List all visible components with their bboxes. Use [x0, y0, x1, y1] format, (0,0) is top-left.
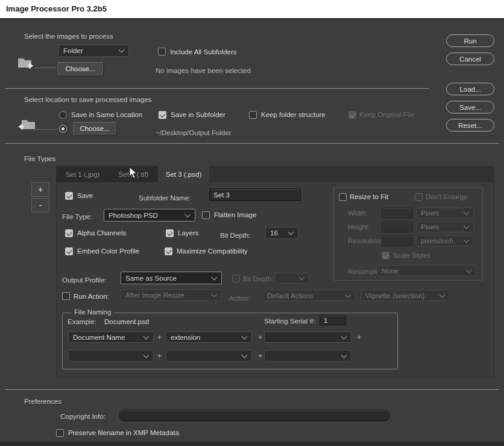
- height-input: [382, 221, 413, 232]
- reset-label: Reset...: [458, 122, 482, 129]
- add-set-label: +: [38, 185, 43, 194]
- scale-styles-checkbox: [382, 252, 389, 260]
- dont-enlarge-checkbox: [415, 193, 423, 201]
- save-settings-button[interactable]: Save...: [446, 101, 494, 113]
- flatten-image-checkbox[interactable]: [202, 211, 210, 219]
- section-separator: [5, 389, 499, 390]
- dialog-top-edge: [0, 18, 504, 20]
- reset-button[interactable]: Reset...: [446, 119, 494, 132]
- save-to-folder-radio[interactable]: [59, 125, 67, 133]
- folder-save-icon: [18, 116, 36, 131]
- width-unit-value: Pixels: [421, 209, 439, 217]
- keep-original-file-checkbox: [348, 111, 356, 119]
- output-profile-dropdown[interactable]: Same as Source: [121, 272, 222, 284]
- source-section-heading: Select the images to process: [24, 32, 113, 40]
- tab-set1-jpg[interactable]: Set 1 (.jpg): [56, 166, 109, 182]
- set-save-checkbox[interactable]: [65, 192, 73, 200]
- save-in-same-location-label: Save in Same Location: [71, 110, 142, 119]
- add-set-button[interactable]: +: [31, 182, 49, 197]
- layers-checkbox[interactable]: [166, 229, 174, 237]
- run-label: Run: [464, 37, 476, 45]
- save-in-subfolder-checkbox[interactable]: [159, 111, 166, 119]
- file-type-value: Photoshop PSD: [109, 212, 158, 219]
- run-action-timing-dropdown: After Image Resize: [121, 289, 222, 301]
- embed-color-profile-label: Embed Color Profile: [77, 247, 139, 255]
- height-unit-dropdown: Pixels: [416, 221, 474, 232]
- destination-choose-button[interactable]: Choose...: [73, 122, 116, 135]
- naming-token-2-value: extension: [171, 334, 200, 341]
- subfolder-name-value: Set 3: [213, 191, 230, 199]
- subfolder-name-input[interactable]: Set 3: [209, 188, 301, 201]
- naming-token-5-dropdown[interactable]: [166, 350, 252, 362]
- section-separator: [5, 88, 429, 89]
- preserve-filename-label: Preserve filename in XMP Metadata: [68, 428, 179, 437]
- naming-token-1-value: Document Name: [73, 334, 125, 341]
- starting-serial-input[interactable]: 1: [320, 315, 346, 325]
- save-in-same-location-radio[interactable]: [59, 111, 67, 119]
- example-value: Document.psd: [104, 317, 149, 326]
- load-button[interactable]: Load...: [446, 83, 494, 95]
- load-label: Load...: [459, 86, 480, 93]
- width-input: [382, 208, 413, 218]
- file-naming-legend: File Naming: [71, 308, 114, 316]
- naming-token-1-dropdown[interactable]: Document Name: [68, 331, 154, 343]
- subfolder-name-label: Subfolder Name:: [139, 194, 191, 202]
- run-button[interactable]: Run: [446, 34, 494, 47]
- destination-section-heading: Select location to save processed images: [24, 95, 152, 104]
- resolution-label: Resolution:: [348, 237, 383, 245]
- cancel-label: Cancel: [459, 56, 481, 63]
- include-all-subfolders-checkbox[interactable]: [158, 48, 166, 56]
- keep-folder-structure-checkbox[interactable]: [249, 111, 257, 119]
- alpha-channels-checkbox[interactable]: [65, 229, 73, 237]
- window-title: Image Processor Pro 3.2b5: [6, 4, 107, 13]
- action-label: Action:: [229, 294, 250, 302]
- resize-to-fit-checkbox[interactable]: [339, 193, 347, 201]
- copyright-info-input[interactable]: [119, 410, 389, 421]
- maximize-compatibility-label: Maximize Compatibility: [177, 247, 248, 255]
- source-type-value: Folder: [63, 47, 83, 54]
- copyright-info-label: Copyright Info:: [60, 412, 106, 421]
- chevron-down-icon: [299, 275, 305, 281]
- naming-token-6-dropdown[interactable]: [264, 350, 351, 362]
- naming-token-2-dropdown[interactable]: extension: [166, 331, 252, 343]
- tab-set3-psd[interactable]: Set 3 (.psd): [158, 166, 209, 182]
- chevron-down-icon: [464, 237, 470, 243]
- chevron-down-icon: [185, 211, 191, 217]
- source-status-text: No images have been selected: [156, 66, 251, 75]
- remove-set-button[interactable]: -: [31, 198, 49, 212]
- bit-depth-value: 16: [270, 229, 278, 237]
- resolution-input: [382, 235, 413, 246]
- naming-token-4-dropdown[interactable]: [68, 350, 154, 362]
- source-type-dropdown[interactable]: Folder: [58, 45, 129, 57]
- bit-depth-dropdown[interactable]: 16: [265, 227, 298, 239]
- chevron-down-icon: [345, 291, 351, 298]
- embed-color-profile-checkbox[interactable]: [65, 247, 73, 255]
- chevron-down-icon: [341, 352, 347, 358]
- tab-set3-label: Set 3 (.psd): [166, 171, 201, 178]
- cancel-button[interactable]: Cancel: [446, 53, 494, 65]
- chevron-down-icon: [341, 333, 347, 339]
- chevron-down-icon: [212, 274, 218, 280]
- naming-plus-separator: +: [157, 334, 162, 341]
- file-type-dropdown[interactable]: Photoshop PSD: [104, 209, 195, 221]
- height-unit-value: Pixels: [421, 223, 439, 231]
- maximize-compatibility-checkbox[interactable]: [165, 247, 172, 255]
- remove-set-label: -: [39, 200, 42, 210]
- naming-plus-separator: +: [357, 334, 361, 341]
- run-action-checkbox[interactable]: [62, 292, 70, 300]
- resample-value: None: [382, 267, 398, 275]
- resolution-unit-value: pixels/inch: [421, 237, 453, 244]
- run-action-label: Run Action:: [74, 292, 109, 301]
- chevron-down-icon: [439, 291, 446, 298]
- save-in-subfolder-label: Save in Subfolder: [171, 110, 225, 119]
- preferences-heading: Preferences: [24, 397, 61, 406]
- image-processor-dialog: Image Processor Pro 3.2b5 Select the ima…: [0, 0, 504, 446]
- chevron-down-icon: [464, 223, 470, 229]
- preserve-filename-checkbox[interactable]: [56, 429, 64, 437]
- output-profile-label: Output Profile:: [62, 276, 107, 284]
- source-choose-button[interactable]: Choose...: [57, 62, 103, 75]
- naming-token-3-dropdown[interactable]: [264, 331, 351, 343]
- folder-export-icon: [17, 56, 35, 70]
- flatten-image-label: Flatten Image: [214, 211, 256, 219]
- keep-folder-structure-label: Keep folder structure: [261, 110, 326, 119]
